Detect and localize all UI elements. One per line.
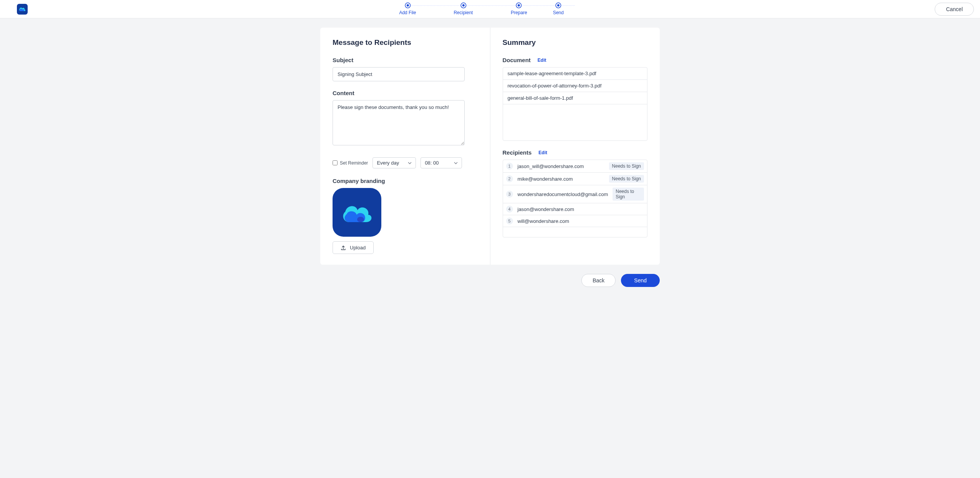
recipient-number: 1	[506, 163, 513, 170]
subject-input[interactable]	[333, 67, 465, 81]
frequency-value: Every day	[377, 160, 399, 166]
recipient-number: 3	[506, 191, 513, 198]
document-edit-link[interactable]: Edit	[538, 58, 546, 63]
set-reminder-checkbox-label[interactable]: Set Reminder	[333, 160, 368, 166]
recipient-email: wondersharedocumentcloud@gmail.com	[518, 191, 608, 197]
set-reminder-checkbox[interactable]	[333, 160, 338, 165]
recipient-email: mike@wondershare.com	[518, 176, 604, 182]
content-textarea[interactable]	[333, 100, 465, 145]
step-dot-recipient	[461, 3, 465, 8]
needs-sign-badge: Needs to Sign	[612, 188, 644, 201]
message-panel: Message to Recipients Subject Content Se…	[320, 28, 490, 265]
reminder-row: Set Reminder Every day 08: 00	[333, 157, 478, 168]
document-row: general-bill-of-sale-form-1.pdf	[503, 92, 647, 104]
recipient-row: 1 jason_will@wondershare.com Needs to Si…	[503, 160, 647, 173]
recipient-email: will@wondershare.com	[518, 218, 644, 224]
frequency-dropdown[interactable]: Every day	[372, 157, 416, 168]
cancel-button[interactable]: Cancel	[935, 3, 974, 16]
footer-actions: Back Send	[320, 274, 660, 287]
recipients-section-label: Recipients	[503, 149, 532, 156]
step-label: Prepare	[511, 10, 527, 15]
recipient-row: 5 will@wondershare.com	[503, 215, 647, 227]
branding-logo-preview	[333, 188, 381, 237]
needs-sign-badge: Needs to Sign	[609, 162, 644, 170]
back-button[interactable]: Back	[581, 274, 616, 287]
recipient-number: 2	[506, 175, 513, 182]
content-label: Content	[333, 90, 478, 96]
panel-title: Summary	[503, 38, 648, 47]
app-logo	[17, 4, 28, 15]
step-dot-prepare	[516, 3, 521, 8]
svg-point-0	[357, 217, 364, 222]
recipient-row-empty	[503, 227, 647, 237]
recipient-row: 2 mike@wondershare.com Needs to Sign	[503, 173, 647, 185]
step-label: Send	[553, 10, 564, 15]
chevron-down-icon	[408, 162, 412, 164]
step-label: Recipient	[454, 10, 473, 15]
document-row: revocation-of-power-of-attorney-form-3.p…	[503, 80, 647, 92]
recipient-number: 5	[506, 218, 513, 224]
document-section-label: Document	[503, 57, 531, 63]
step-dot-send	[556, 3, 561, 8]
branding-label: Company branding	[333, 178, 478, 184]
recipient-email: jason@wondershare.com	[518, 206, 644, 212]
main-card: Message to Recipients Subject Content Se…	[320, 28, 660, 265]
top-header: Add File Recipient Prepare Send Cancel	[0, 0, 980, 18]
recipients-edit-link[interactable]: Edit	[538, 150, 547, 155]
reminder-text: Set Reminder	[340, 160, 368, 166]
time-value: 08: 00	[425, 160, 439, 166]
time-dropdown[interactable]: 08: 00	[420, 157, 462, 168]
upload-icon	[341, 245, 346, 251]
needs-sign-badge: Needs to Sign	[609, 175, 644, 183]
summary-panel: Summary Document Edit sample-lease-agree…	[490, 28, 660, 265]
document-row: sample-lease-agreement-template-3.pdf	[503, 68, 647, 80]
chevron-down-icon	[454, 162, 458, 164]
recipient-row: 4 jason@wondershare.com	[503, 203, 647, 215]
documents-list: sample-lease-agreement-template-3.pdf re…	[503, 67, 648, 141]
recipient-row: 3 wondersharedocumentcloud@gmail.com Nee…	[503, 185, 647, 203]
recipient-email: jason_will@wondershare.com	[518, 163, 604, 169]
subject-label: Subject	[333, 57, 478, 63]
step-dot-add-file	[405, 3, 410, 8]
step-label: Add File	[399, 10, 416, 15]
send-button[interactable]: Send	[621, 274, 660, 287]
progress-stepper: Add File Recipient Prepare Send	[380, 3, 570, 15]
recipients-list: 1 jason_will@wondershare.com Needs to Si…	[503, 160, 648, 237]
upload-button[interactable]: Upload	[333, 241, 374, 254]
panel-title: Message to Recipients	[333, 38, 478, 47]
upload-label: Upload	[350, 245, 366, 251]
recipient-number: 4	[506, 206, 513, 213]
